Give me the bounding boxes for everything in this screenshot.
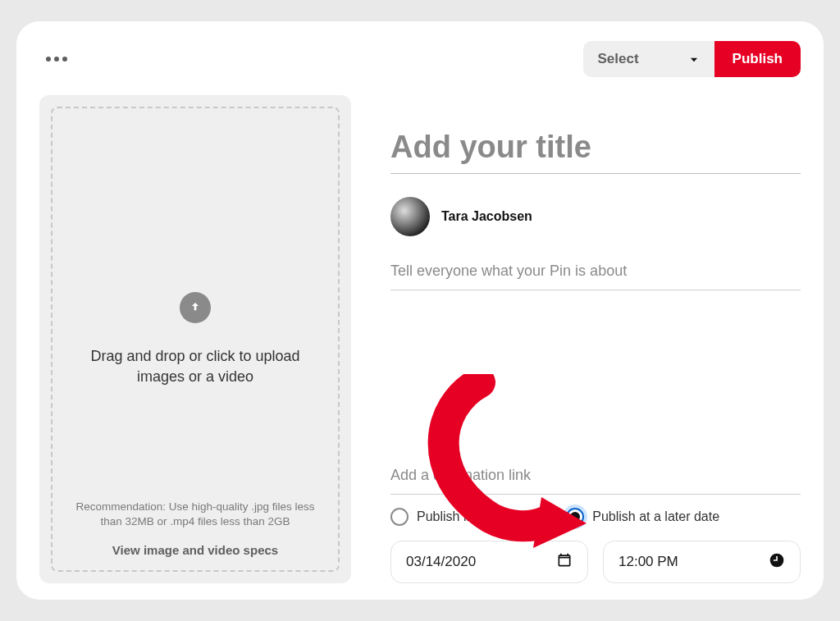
radio-label: Publish at a later date xyxy=(592,509,719,524)
pin-builder-card: Select Publish Drag and drop or click to… xyxy=(16,21,824,600)
pin-details-column: Tara Jacobsen Publish immediately Publis… xyxy=(390,95,801,583)
time-value: 12:00 PM xyxy=(619,554,678,570)
destination-link-input[interactable] xyxy=(390,460,801,495)
publish-timing-radios: Publish immediately Publish at a later d… xyxy=(390,508,801,526)
date-value: 03/14/2020 xyxy=(406,554,476,570)
content-columns: Drag and drop or click to upload images … xyxy=(39,95,801,583)
board-select-label: Select xyxy=(598,51,639,67)
publish-controls: Select Publish xyxy=(583,41,801,77)
dot-icon xyxy=(54,57,59,62)
upload-dropzone[interactable]: Drag and drop or click to upload images … xyxy=(51,107,340,572)
upload-instructions: Drag and drop or click to upload images … xyxy=(89,346,302,386)
author-name: Tara Jacobsen xyxy=(441,209,532,224)
radio-circle-icon xyxy=(566,508,584,526)
clock-icon xyxy=(769,552,785,573)
dot-icon xyxy=(46,57,51,62)
publish-button[interactable]: Publish xyxy=(714,41,801,77)
calendar-icon xyxy=(556,552,573,573)
author-row: Tara Jacobsen xyxy=(390,197,801,236)
description-input[interactable] xyxy=(390,256,801,290)
radio-circle-icon xyxy=(390,508,409,526)
radio-label: Publish immediately xyxy=(417,509,533,524)
top-bar: Select Publish xyxy=(39,41,801,77)
time-picker[interactable]: 12:00 PM xyxy=(603,541,801,583)
upload-arrow-icon xyxy=(180,292,211,323)
dot-icon xyxy=(62,57,67,62)
radio-publish-immediately[interactable]: Publish immediately xyxy=(390,508,533,526)
upload-panel: Drag and drop or click to upload images … xyxy=(39,95,351,583)
schedule-pickers: 03/14/2020 12:00 PM xyxy=(390,541,801,583)
avatar xyxy=(390,197,430,236)
spacer xyxy=(390,290,801,460)
date-picker[interactable]: 03/14/2020 xyxy=(390,541,588,583)
title-input[interactable] xyxy=(390,125,801,174)
board-select-dropdown[interactable]: Select xyxy=(583,41,714,77)
upload-recommendation: Recommendation: Use high-quality .jpg fi… xyxy=(67,500,323,529)
more-options-button[interactable] xyxy=(39,50,74,68)
radio-publish-later[interactable]: Publish at a later date xyxy=(566,508,719,526)
view-specs-link[interactable]: View image and video specs xyxy=(52,543,338,557)
chevron-down-icon xyxy=(688,53,700,65)
